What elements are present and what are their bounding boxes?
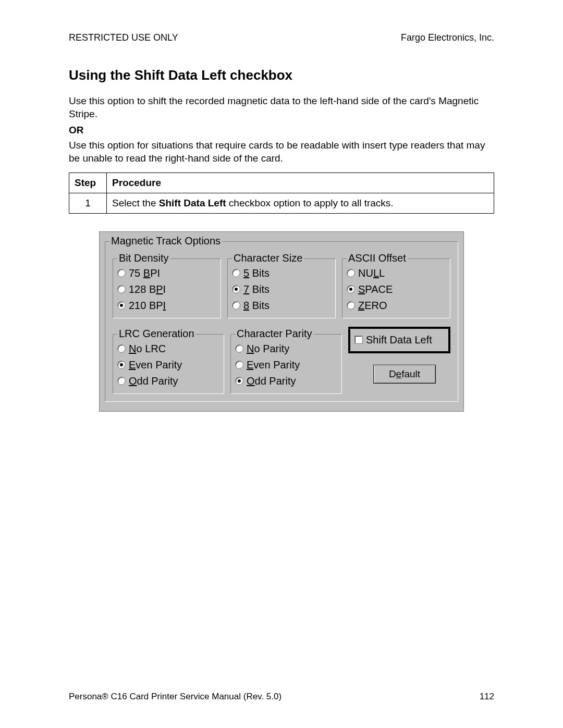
radio-icon — [235, 377, 243, 385]
radio-icon — [347, 269, 355, 277]
radio-210bpi[interactable]: 210 BPI — [117, 298, 216, 314]
paragraph-1: Use this option to shift the recorded ma… — [69, 95, 494, 120]
group-label: Character Size — [232, 252, 304, 264]
radio-icon — [232, 269, 240, 277]
radio-icon — [347, 301, 355, 310]
radio-null[interactable]: NULL — [347, 265, 446, 281]
procedure-table: Step Procedure 1 Select the Shift Data L… — [69, 172, 494, 214]
radio-icon — [117, 344, 126, 353]
bit-density-group: Bit Density 75 BPI 128 BPI 210 BPI — [113, 258, 221, 318]
group-label: Magnetic Track Options — [109, 235, 222, 247]
radio-icon — [117, 377, 126, 385]
magnetic-track-dialog: Magnetic Track Options Bit Density 75 BP… — [99, 231, 464, 412]
radio-icon — [347, 285, 355, 293]
group-label: Character Parity — [235, 328, 314, 340]
radio-icon — [117, 269, 126, 277]
shift-data-left-checkbox[interactable]: Shift Data Left — [354, 332, 444, 348]
radio-icon — [117, 301, 126, 310]
character-parity-group: Character Parity No Parity Even Parity O… — [230, 334, 342, 394]
group-label: LRC Generation — [117, 328, 196, 340]
character-size-group: Character Size 5 Bits 7 Bits 8 Bits — [227, 258, 336, 318]
page-header: RESTRICTED USE ONLY Fargo Electronics, I… — [69, 32, 494, 43]
table-row: 1 Select the Shift Data Left checkbox op… — [69, 193, 494, 213]
paragraph-2: Use this option for situations that requ… — [69, 139, 494, 165]
radio-icon — [232, 285, 240, 293]
radio-no-lrc[interactable]: No LRC — [117, 341, 219, 357]
section-title: Using the Shift Data Left checkbox — [69, 67, 494, 83]
document-page: RESTRICTED USE ONLY Fargo Electronics, I… — [0, 0, 563, 728]
checkbox-icon — [354, 336, 363, 344]
magnetic-track-options-group: Magnetic Track Options Bit Density 75 BP… — [105, 241, 458, 402]
radio-cp-even[interactable]: Even Parity — [235, 357, 337, 373]
radio-lrc-even[interactable]: Even Parity — [117, 357, 219, 373]
radio-75bpi[interactable]: 75 BPI — [117, 265, 216, 281]
dialog-screenshot: Magnetic Track Options Bit Density 75 BP… — [69, 231, 494, 412]
col-step-header: Step — [69, 172, 107, 193]
radio-8bits[interactable]: 8 Bits — [232, 298, 331, 314]
col-procedure-header: Procedure — [107, 172, 494, 193]
radio-icon — [232, 301, 240, 310]
radio-lrc-odd[interactable]: Odd Parity — [117, 373, 219, 389]
ascii-offset-group: ASCII Offset NULL SPACE ZERO — [342, 258, 450, 318]
group-label: ASCII Offset — [347, 252, 408, 264]
radio-5bits[interactable]: 5 Bits — [232, 265, 331, 281]
step-procedure: Select the Shift Data Left checkbox opti… — [107, 193, 494, 213]
radio-space[interactable]: SPACE — [347, 281, 446, 298]
shift-data-left-highlight: Shift Data Left — [348, 327, 450, 353]
table-header-row: Step Procedure — [69, 172, 494, 193]
radio-zero[interactable]: ZERO — [347, 298, 446, 314]
default-button[interactable]: Default — [373, 365, 436, 384]
step-number: 1 — [69, 193, 107, 213]
header-right: Fargo Electronics, Inc. — [401, 32, 494, 43]
radio-7bits[interactable]: 7 Bits — [232, 281, 331, 298]
footer-left: Persona® C16 Card Printer Service Manual… — [69, 692, 282, 702]
radio-128bpi[interactable]: 128 BPI — [117, 281, 216, 298]
radio-no-parity[interactable]: No Parity — [235, 341, 337, 357]
or-separator: OR — [69, 125, 494, 136]
radio-icon — [235, 361, 243, 369]
lrc-generation-group: LRC Generation No LRC Even Parity Odd Pa… — [113, 334, 224, 394]
shift-data-left-label: Shift Data Left — [366, 332, 432, 348]
header-left: RESTRICTED USE ONLY — [69, 32, 178, 43]
page-footer: Persona® C16 Card Printer Service Manual… — [69, 692, 494, 702]
radio-icon — [117, 285, 126, 293]
group-label: Bit Density — [117, 252, 170, 264]
page-number: 112 — [480, 692, 494, 702]
radio-cp-odd[interactable]: Odd Parity — [235, 373, 337, 389]
radio-icon — [117, 361, 126, 369]
radio-icon — [235, 344, 243, 353]
